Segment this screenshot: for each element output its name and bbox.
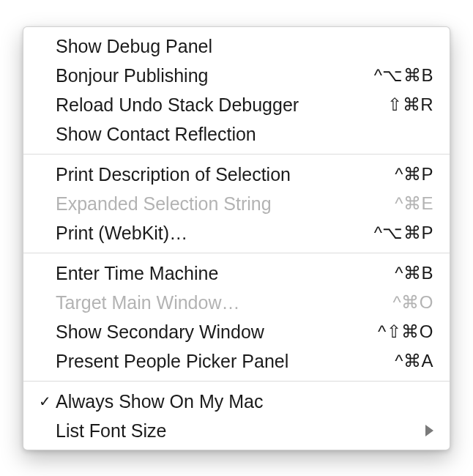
submenu-arrow-icon	[425, 425, 433, 436]
menu-shortcut: ^⌘O	[393, 289, 433, 316]
menu-item[interactable]: Present People Picker Panel^⌘A	[23, 346, 450, 376]
menu-shortcut: ^⌘B	[395, 260, 433, 286]
menu-shortcut: ^⌥⌘B	[374, 62, 433, 89]
menu-item-label: Reload Undo Stack Debugger	[56, 92, 299, 118]
menu-shortcut: ^⌘P	[395, 161, 433, 187]
menu-shortcut: ^⌘A	[395, 348, 433, 374]
checkmark-icon: ✓	[34, 388, 56, 414]
menu-item[interactable]: Reload Undo Stack Debugger⇧⌘R	[23, 90, 450, 119]
menu-item-label: Show Debug Panel	[56, 33, 212, 59]
menu-separator	[23, 154, 450, 155]
context-menu: Show Debug PanelBonjour Publishing^⌥⌘BRe…	[23, 26, 450, 450]
menu-item[interactable]: ✓Always Show On My Mac	[23, 387, 450, 416]
menu-item[interactable]: Enter Time Machine^⌘B	[23, 259, 450, 288]
menu-item: Target Main Window…^⌘O	[23, 288, 450, 317]
menu-item[interactable]: Show Secondary Window^⇧⌘O	[23, 317, 450, 346]
menu-item-label: Present People Picker Panel	[56, 348, 288, 374]
menu-item-label: Show Secondary Window	[56, 319, 264, 345]
menu-item[interactable]: Print Description of Selection^⌘P	[23, 160, 450, 189]
menu-item-label: Expanded Selection String	[56, 190, 272, 217]
menu-item-label: Enter Time Machine	[56, 260, 218, 286]
menu-item[interactable]: List Font Size	[23, 416, 450, 445]
menu-shortcut: ^⇧⌘O	[378, 319, 433, 345]
menu-item-label: Bonjour Publishing	[56, 62, 208, 89]
menu-shortcut: ^⌘E	[395, 190, 433, 217]
menu-item[interactable]: Bonjour Publishing^⌥⌘B	[23, 61, 450, 90]
menu-item-label: List Font Size	[56, 417, 166, 444]
menu-item: Expanded Selection String^⌘E	[23, 189, 450, 218]
menu-item-label: Print (WebKit)…	[56, 220, 187, 246]
menu-item-label: Always Show On My Mac	[56, 388, 263, 414]
menu-shortcut: ⇧⌘R	[387, 92, 433, 118]
menu-item[interactable]: Print (WebKit)…^⌥⌘P	[23, 218, 450, 248]
menu-separator	[23, 381, 450, 382]
menu-item-label: Target Main Window…	[56, 289, 239, 316]
menu-separator	[23, 253, 450, 253]
menu-item[interactable]: Show Contact Reflection	[23, 119, 450, 149]
menu-item-label: Print Description of Selection	[56, 161, 291, 187]
menu-item-label: Show Contact Reflection	[56, 121, 256, 147]
menu-item[interactable]: Show Debug Panel	[23, 31, 450, 61]
menu-shortcut: ^⌥⌘P	[374, 220, 433, 246]
